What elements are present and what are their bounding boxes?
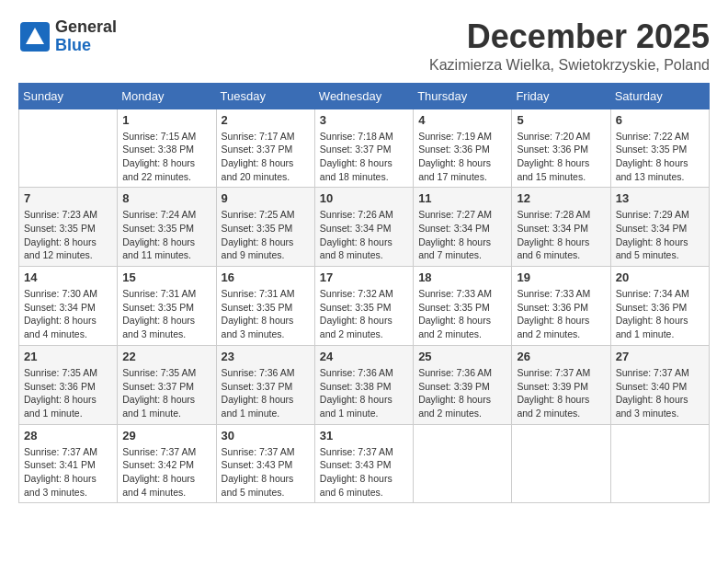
day-number: 5 (517, 113, 605, 127)
calendar-cell: 2Sunrise: 7:17 AMSunset: 3:37 PMDaylight… (216, 109, 314, 188)
calendar-cell: 20Sunrise: 7:34 AMSunset: 3:36 PMDayligh… (610, 267, 709, 346)
day-info: Sunrise: 7:25 AMSunset: 3:35 PMDaylight:… (222, 208, 310, 262)
calendar-cell: 13Sunrise: 7:29 AMSunset: 3:34 PMDayligh… (610, 188, 709, 267)
calendar-cell: 16Sunrise: 7:31 AMSunset: 3:35 PMDayligh… (216, 267, 314, 346)
day-info: Sunrise: 7:36 AMSunset: 3:38 PMDaylight:… (320, 366, 408, 420)
day-info: Sunrise: 7:37 AMSunset: 3:41 PMDaylight:… (24, 445, 112, 500)
day-info: Sunrise: 7:35 AMSunset: 3:36 PMDaylight:… (24, 366, 112, 420)
calendar-week-row: 1Sunrise: 7:15 AMSunset: 3:38 PMDaylight… (19, 109, 710, 188)
calendar-cell: 7Sunrise: 7:23 AMSunset: 3:35 PMDaylight… (19, 188, 118, 267)
day-number: 25 (418, 350, 506, 363)
day-number: 10 (320, 191, 408, 205)
day-number: 1 (122, 113, 210, 127)
calendar-cell: 15Sunrise: 7:31 AMSunset: 3:35 PMDayligh… (118, 267, 216, 346)
day-number: 13 (616, 191, 704, 205)
weekday-header-row: SundayMondayTuesdayWednesdayThursdayFrid… (19, 83, 710, 109)
day-number: 4 (418, 113, 506, 127)
day-info: Sunrise: 7:22 AMSunset: 3:35 PMDaylight:… (616, 130, 704, 184)
day-number: 24 (320, 350, 408, 363)
day-number: 2 (222, 113, 310, 127)
day-number: 17 (320, 270, 408, 284)
day-info: Sunrise: 7:17 AMSunset: 3:37 PMDaylight:… (222, 130, 310, 184)
calendar-cell: 4Sunrise: 7:19 AMSunset: 3:36 PMDaylight… (414, 109, 512, 188)
calendar-cell (610, 424, 709, 503)
day-info: Sunrise: 7:20 AMSunset: 3:36 PMDaylight:… (517, 130, 605, 184)
day-number: 20 (616, 270, 704, 284)
day-number: 29 (122, 429, 210, 442)
day-info: Sunrise: 7:23 AMSunset: 3:35 PMDaylight:… (24, 208, 112, 262)
calendar-cell: 24Sunrise: 7:36 AMSunset: 3:38 PMDayligh… (314, 345, 413, 424)
calendar-cell: 9Sunrise: 7:25 AMSunset: 3:35 PMDaylight… (216, 188, 314, 267)
calendar: SundayMondayTuesdayWednesdayThursdayFrid… (18, 83, 710, 504)
day-number: 28 (24, 429, 112, 442)
calendar-cell: 21Sunrise: 7:35 AMSunset: 3:36 PMDayligh… (19, 345, 118, 424)
calendar-week-row: 14Sunrise: 7:30 AMSunset: 3:34 PMDayligh… (19, 267, 710, 346)
calendar-cell: 8Sunrise: 7:24 AMSunset: 3:35 PMDaylight… (118, 188, 216, 267)
calendar-cell: 11Sunrise: 7:27 AMSunset: 3:34 PMDayligh… (414, 188, 512, 267)
day-info: Sunrise: 7:36 AMSunset: 3:39 PMDaylight:… (418, 366, 506, 420)
day-number: 23 (222, 350, 310, 363)
day-number: 15 (122, 270, 210, 284)
day-info: Sunrise: 7:37 AMSunset: 3:40 PMDaylight:… (616, 366, 704, 420)
calendar-cell: 19Sunrise: 7:33 AMSunset: 3:36 PMDayligh… (512, 267, 610, 346)
day-info: Sunrise: 7:33 AMSunset: 3:35 PMDaylight:… (418, 287, 506, 341)
weekday-header: Monday (118, 83, 216, 109)
logo: General Blue (18, 18, 117, 55)
weekday-header: Tuesday (216, 83, 314, 109)
day-number: 9 (222, 191, 310, 205)
weekday-header: Sunday (19, 83, 118, 109)
day-info: Sunrise: 7:31 AMSunset: 3:35 PMDaylight:… (122, 287, 210, 341)
title-area: December 2025 Kazimierza Wielka, Swietok… (429, 18, 710, 74)
day-info: Sunrise: 7:33 AMSunset: 3:36 PMDaylight:… (517, 287, 605, 341)
month-title: December 2025 (429, 18, 710, 55)
calendar-cell: 26Sunrise: 7:37 AMSunset: 3:39 PMDayligh… (512, 345, 610, 424)
calendar-cell: 12Sunrise: 7:28 AMSunset: 3:34 PMDayligh… (512, 188, 610, 267)
calendar-cell: 14Sunrise: 7:30 AMSunset: 3:34 PMDayligh… (19, 267, 118, 346)
day-info: Sunrise: 7:19 AMSunset: 3:36 PMDaylight:… (418, 130, 506, 184)
calendar-cell: 25Sunrise: 7:36 AMSunset: 3:39 PMDayligh… (414, 345, 512, 424)
day-number: 8 (122, 191, 210, 205)
day-info: Sunrise: 7:34 AMSunset: 3:36 PMDaylight:… (616, 287, 704, 341)
calendar-cell (414, 424, 512, 503)
day-number: 18 (418, 270, 506, 284)
calendar-week-row: 28Sunrise: 7:37 AMSunset: 3:41 PMDayligh… (19, 424, 710, 503)
day-number: 30 (222, 429, 310, 442)
calendar-cell: 6Sunrise: 7:22 AMSunset: 3:35 PMDaylight… (610, 109, 709, 188)
day-info: Sunrise: 7:37 AMSunset: 3:39 PMDaylight:… (517, 366, 605, 420)
calendar-week-row: 21Sunrise: 7:35 AMSunset: 3:36 PMDayligh… (19, 345, 710, 424)
calendar-cell: 31Sunrise: 7:37 AMSunset: 3:43 PMDayligh… (314, 424, 413, 503)
day-info: Sunrise: 7:30 AMSunset: 3:34 PMDaylight:… (24, 287, 112, 341)
calendar-cell (19, 109, 118, 188)
calendar-cell: 3Sunrise: 7:18 AMSunset: 3:37 PMDaylight… (314, 109, 413, 188)
day-info: Sunrise: 7:26 AMSunset: 3:34 PMDaylight:… (320, 208, 408, 262)
day-info: Sunrise: 7:37 AMSunset: 3:43 PMDaylight:… (222, 445, 310, 500)
calendar-cell: 22Sunrise: 7:35 AMSunset: 3:37 PMDayligh… (118, 345, 216, 424)
weekday-header: Thursday (414, 83, 512, 109)
day-info: Sunrise: 7:24 AMSunset: 3:35 PMDaylight:… (122, 208, 210, 262)
logo-general: General (55, 18, 117, 37)
calendar-cell: 18Sunrise: 7:33 AMSunset: 3:35 PMDayligh… (414, 267, 512, 346)
day-info: Sunrise: 7:36 AMSunset: 3:37 PMDaylight:… (222, 366, 310, 420)
day-number: 31 (320, 429, 408, 442)
day-number: 6 (616, 113, 704, 127)
day-number: 27 (616, 350, 704, 363)
day-number: 11 (418, 191, 506, 205)
calendar-cell: 30Sunrise: 7:37 AMSunset: 3:43 PMDayligh… (216, 424, 314, 503)
day-info: Sunrise: 7:27 AMSunset: 3:34 PMDaylight:… (418, 208, 506, 262)
day-number: 14 (24, 270, 112, 284)
header: General Blue December 2025 Kazimierza Wi… (18, 18, 710, 74)
location-title: Kazimierza Wielka, Swietokrzyskie, Polan… (429, 57, 710, 74)
calendar-cell: 29Sunrise: 7:37 AMSunset: 3:42 PMDayligh… (118, 424, 216, 503)
day-number: 7 (24, 191, 112, 205)
day-number: 3 (320, 113, 408, 127)
calendar-cell: 1Sunrise: 7:15 AMSunset: 3:38 PMDaylight… (118, 109, 216, 188)
logo-icon (18, 20, 51, 53)
day-info: Sunrise: 7:35 AMSunset: 3:37 PMDaylight:… (122, 366, 210, 420)
day-info: Sunrise: 7:28 AMSunset: 3:34 PMDaylight:… (517, 208, 605, 262)
day-number: 12 (517, 191, 605, 205)
day-number: 22 (122, 350, 210, 363)
calendar-cell: 27Sunrise: 7:37 AMSunset: 3:40 PMDayligh… (610, 345, 709, 424)
day-info: Sunrise: 7:29 AMSunset: 3:34 PMDaylight:… (616, 208, 704, 262)
day-info: Sunrise: 7:15 AMSunset: 3:38 PMDaylight:… (122, 130, 210, 184)
calendar-cell: 10Sunrise: 7:26 AMSunset: 3:34 PMDayligh… (314, 188, 413, 267)
